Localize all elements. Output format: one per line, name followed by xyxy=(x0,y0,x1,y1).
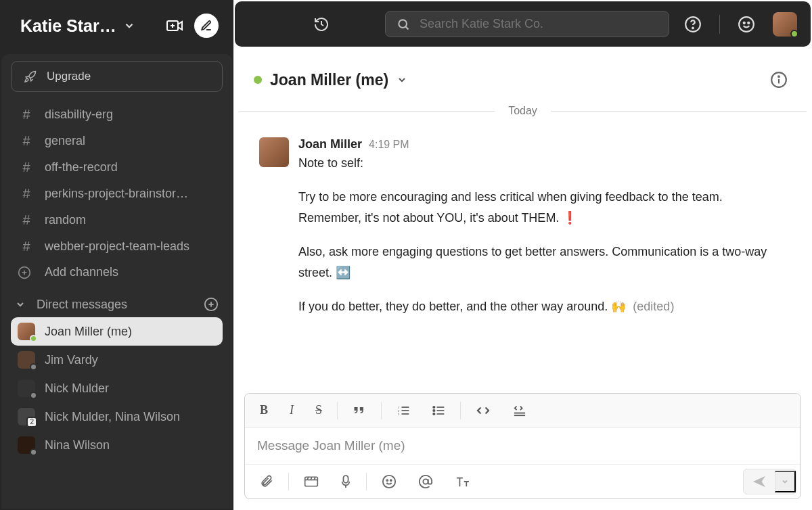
channel-item[interactable]: #disability-erg xyxy=(11,101,223,128)
channel-item[interactable]: #general xyxy=(11,128,223,154)
dm-name: Nick Mulder xyxy=(45,381,109,396)
svg-text:3: 3 xyxy=(398,412,400,415)
main-panel: Joan Miller (me) Today Joan Miller 4:19 … xyxy=(233,0,812,510)
conversation-header: Joan Miller (me) xyxy=(233,48,812,105)
chevron-down-icon xyxy=(123,20,135,32)
search-icon xyxy=(397,18,410,31)
channel-name: disability-erg xyxy=(45,108,113,122)
svg-point-29 xyxy=(433,409,435,411)
message-list: Joan Miller 4:19 PM Note to self: Try to… xyxy=(233,117,812,389)
svg-point-14 xyxy=(744,22,745,23)
workspace-switcher[interactable]: Katie Star… xyxy=(1,1,232,49)
video-clip-button[interactable] xyxy=(293,469,330,494)
dm-item[interactable]: Jim Vardy xyxy=(11,346,223,374)
channel-name: webber-project-team-leads xyxy=(45,239,189,254)
svg-rect-38 xyxy=(343,476,348,483)
search-box[interactable] xyxy=(385,11,669,37)
chevron-down-icon[interactable] xyxy=(397,74,407,85)
bullet-list-button[interactable] xyxy=(421,398,456,423)
topbar-right xyxy=(680,11,797,37)
history-button[interactable] xyxy=(309,12,334,37)
member-count-badge: 2 xyxy=(26,417,37,427)
svg-point-41 xyxy=(386,480,388,481)
text-format-button[interactable] xyxy=(444,469,480,494)
channel-name: perkins-project-brainstor… xyxy=(45,187,188,201)
svg-point-40 xyxy=(383,476,395,488)
dm-name: Jim Vardy xyxy=(45,353,98,367)
message-author[interactable]: Joan Miller xyxy=(298,137,362,152)
avatar xyxy=(18,436,35,454)
svg-point-15 xyxy=(748,22,749,23)
code-block-button[interactable] xyxy=(501,398,538,423)
add-dm-button[interactable] xyxy=(204,297,219,312)
emoji-button[interactable] xyxy=(371,467,407,496)
separator xyxy=(288,473,289,490)
conversation-title[interactable]: Joan Miller (me) xyxy=(270,71,388,89)
channel-item[interactable]: #off-the-record xyxy=(11,154,223,181)
rocket-icon xyxy=(24,70,37,83)
message-composer: B I S 123 Message Joan Miller (me) xyxy=(244,393,801,499)
channel-item[interactable]: #random xyxy=(11,207,223,233)
date-label: Today xyxy=(508,105,537,117)
emoji-status-button[interactable] xyxy=(734,11,759,37)
sidebar-body: Upgrade #disability-erg #general #off-th… xyxy=(1,54,232,509)
italic-button[interactable]: I xyxy=(279,396,304,424)
topbar xyxy=(235,1,811,47)
bold-button[interactable]: B xyxy=(249,396,279,424)
svg-point-28 xyxy=(433,406,435,408)
edited-label: (edited) xyxy=(633,300,674,313)
ordered-list-button[interactable]: 123 xyxy=(386,398,421,423)
add-channels-label: Add channels xyxy=(45,265,118,279)
upgrade-button[interactable]: Upgrade xyxy=(11,61,223,92)
audio-button[interactable] xyxy=(330,467,362,496)
blockquote-button[interactable] xyxy=(342,398,377,423)
hash-icon: # xyxy=(18,239,35,254)
sidebar: Katie Star… Upgrade #disability-erg #gen… xyxy=(0,0,233,510)
user-avatar[interactable] xyxy=(773,12,797,37)
divider xyxy=(719,15,720,34)
help-button[interactable] xyxy=(680,11,706,37)
presence-offline-icon xyxy=(30,363,37,371)
presence-offline-icon xyxy=(30,448,37,456)
hash-icon: # xyxy=(18,186,35,202)
presence-online-icon xyxy=(30,335,37,342)
svg-point-30 xyxy=(433,413,435,415)
send-options-button[interactable] xyxy=(775,471,796,492)
code-button[interactable] xyxy=(465,398,501,423)
attach-button[interactable] xyxy=(249,467,284,496)
compose-button[interactable] xyxy=(194,14,219,38)
add-channels-button[interactable]: Add channels xyxy=(11,260,223,285)
compose-input[interactable]: Message Joan Miller (me) xyxy=(245,427,800,464)
svg-point-43 xyxy=(423,479,428,484)
message: Joan Miller 4:19 PM Note to self: Try to… xyxy=(259,137,786,329)
avatar xyxy=(18,379,35,397)
dm-item-group[interactable]: 2 Nick Mulder, Nina Wilson xyxy=(11,402,223,431)
svg-point-12 xyxy=(692,27,694,28)
strikethrough-button[interactable]: S xyxy=(304,396,333,424)
channel-item[interactable]: #webber-project-team-leads xyxy=(11,233,223,260)
format-toolbar: B I S 123 xyxy=(245,394,800,427)
message-line: Note to self: xyxy=(298,153,786,175)
hash-icon: # xyxy=(18,133,35,149)
chevron-down-icon xyxy=(15,299,28,310)
plus-circle-icon xyxy=(18,266,35,279)
channel-name: random xyxy=(45,213,86,227)
dm-item-self[interactable]: Joan Miller (me) xyxy=(11,317,223,346)
dm-item[interactable]: Nina Wilson xyxy=(11,431,223,459)
info-button[interactable] xyxy=(766,67,792,93)
channel-item[interactable]: #perkins-project-brainstor… xyxy=(11,181,223,207)
compose-toolbar xyxy=(245,464,800,499)
presence-offline-icon xyxy=(30,392,37,399)
svg-point-18 xyxy=(778,76,780,77)
send-button[interactable] xyxy=(744,469,775,494)
search-input[interactable] xyxy=(420,17,658,31)
dm-item[interactable]: Nick Mulder xyxy=(11,374,223,402)
message-line: Try to be more encouraging and less crit… xyxy=(298,187,786,229)
workspace-name: Katie Star… xyxy=(20,16,116,36)
new-video-button[interactable] xyxy=(162,14,187,37)
mention-button[interactable] xyxy=(407,467,444,496)
dm-section-header[interactable]: Direct messages xyxy=(11,292,223,317)
separator xyxy=(337,402,338,419)
dm-name: Nina Wilson xyxy=(45,438,110,453)
message-avatar[interactable] xyxy=(259,137,289,167)
